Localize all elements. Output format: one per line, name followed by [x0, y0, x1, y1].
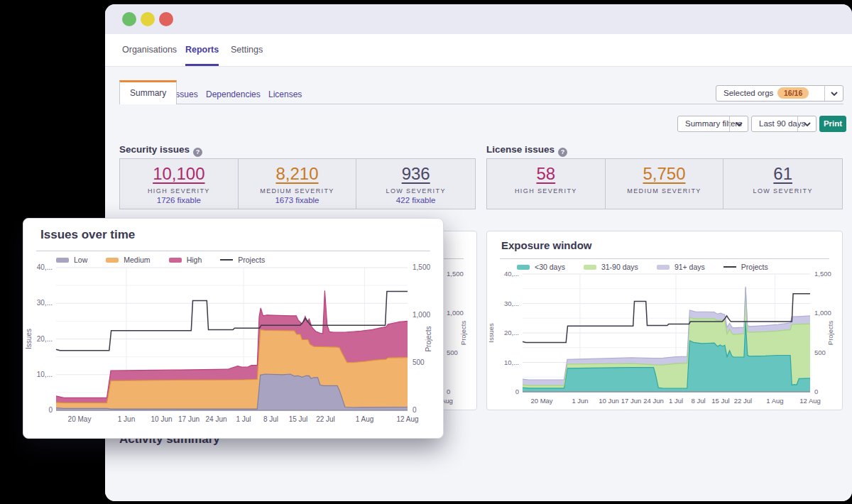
traffic-light-yellow-icon[interactable] [141, 12, 155, 26]
svg-text:500: 500 [413, 358, 425, 366]
svg-text:10,...: 10,... [504, 358, 519, 366]
selected-orgs-label: Selected orgs [723, 89, 773, 97]
svg-text:500: 500 [814, 349, 826, 356]
nav-item-settings[interactable]: Settings [231, 34, 263, 66]
license-low-count[interactable]: 61 [723, 164, 842, 184]
svg-text:1,000: 1,000 [413, 311, 430, 319]
security-high-fixable-link[interactable]: 1726 fixable [120, 196, 238, 204]
svg-text:15 Jul: 15 Jul [711, 397, 729, 405]
svg-text:22 Jul: 22 Jul [316, 415, 335, 423]
svg-text:Projects: Projects [425, 326, 432, 351]
legend-swatch-icon [220, 259, 233, 261]
svg-text:8 Jul: 8 Jul [263, 415, 278, 423]
svg-text:1 Aug: 1 Aug [356, 415, 374, 423]
security-issues-heading: Security issues? [119, 144, 202, 157]
svg-text:1 Aug: 1 Aug [766, 397, 783, 405]
exposure-window-chart: 010,...20,...30,...40,...05001,0001,5002… [487, 270, 843, 412]
svg-text:30,...: 30,... [37, 299, 53, 307]
tab-dependencies[interactable]: Dependencies [206, 84, 261, 104]
chevron-down-icon [729, 116, 748, 131]
security-low-fixable-link[interactable]: 422 fixable [356, 196, 475, 204]
chart-title: Issues over time [40, 228, 135, 242]
license-medium-card: 5,750 MEDIUM SEVERITY [606, 159, 724, 209]
license-high-card: 58 HIGH SEVERITY [487, 159, 606, 209]
svg-text:10 Jun: 10 Jun [599, 397, 619, 405]
license-high-count[interactable]: 58 [487, 164, 605, 184]
page-background: Organisations Reports Settings Summary I… [0, 0, 852, 504]
svg-text:40,...: 40,... [504, 270, 519, 278]
svg-text:1 Jul: 1 Jul [236, 415, 251, 423]
issues-over-time-chart-large: 010,...20,...30,...40,...05001,0001,5002… [23, 261, 444, 437]
svg-text:0: 0 [413, 406, 417, 414]
help-icon[interactable]: ? [193, 148, 202, 157]
license-issues-cards: 58 HIGH SEVERITY 5,750 MEDIUM SEVERITY 6… [486, 158, 843, 209]
svg-text:1,000: 1,000 [814, 309, 831, 317]
svg-text:1 Jul: 1 Jul [669, 397, 683, 405]
svg-text:17 Jun: 17 Jun [621, 397, 642, 405]
tab-summary[interactable]: Summary [119, 80, 177, 104]
print-button[interactable]: Print [819, 116, 846, 132]
svg-text:8 Jul: 8 Jul [691, 397, 705, 405]
svg-text:17 Jun: 17 Jun [178, 415, 200, 423]
svg-text:1,500: 1,500 [413, 263, 430, 271]
nav-item-organisations[interactable]: Organisations [122, 34, 177, 66]
license-high-label: HIGH SEVERITY [487, 187, 605, 195]
svg-text:1,500: 1,500 [447, 270, 464, 278]
svg-text:Issues: Issues [487, 323, 495, 343]
svg-text:1 Jun: 1 Jun [572, 397, 588, 405]
svg-text:40,...: 40,... [37, 263, 53, 271]
chart-divider [500, 258, 829, 259]
svg-text:20,...: 20,... [37, 335, 53, 343]
date-range-dropdown[interactable]: Last 90 days [751, 116, 816, 132]
svg-text:0: 0 [814, 388, 818, 395]
window-titlebar [105, 4, 852, 34]
svg-text:Issues: Issues [25, 329, 33, 349]
legend-swatch-icon [584, 265, 596, 270]
security-medium-card: 8,210 MEDIUM SEVERITY 1673 fixable [239, 159, 357, 209]
help-icon[interactable]: ? [558, 148, 567, 157]
svg-text:20 May: 20 May [68, 415, 92, 423]
security-medium-label: MEDIUM SEVERITY [239, 187, 356, 195]
security-high-count[interactable]: 10,100 [120, 164, 238, 184]
security-low-label: LOW SEVERITY [356, 187, 475, 195]
svg-text:1,500: 1,500 [814, 270, 831, 278]
chart-title: Exposure window [501, 239, 592, 251]
svg-text:Projects: Projects [826, 321, 834, 346]
svg-text:30,...: 30,... [504, 300, 519, 307]
chart-divider [36, 251, 430, 251]
svg-text:22 Jul: 22 Jul [734, 397, 752, 405]
legend-swatch-icon [517, 265, 530, 270]
svg-text:15 Jul: 15 Jul [289, 415, 308, 423]
chevron-down-icon [797, 116, 816, 131]
summary-filters-dropdown[interactable]: Summary filters [677, 116, 748, 132]
license-issues-heading: License issues? [486, 144, 567, 157]
traffic-light-green-icon[interactable] [122, 12, 136, 26]
svg-text:0: 0 [48, 406, 53, 414]
security-high-label: HIGH SEVERITY [120, 187, 238, 195]
chevron-down-icon [824, 86, 843, 101]
svg-text:12 Aug: 12 Aug [799, 397, 821, 405]
license-medium-label: MEDIUM SEVERITY [606, 187, 723, 195]
svg-text:1 Jun: 1 Jun [118, 415, 135, 423]
exposure-window-card: Exposure window <30 days31-90 days91+ da… [486, 231, 843, 410]
security-low-count[interactable]: 936 [356, 164, 475, 184]
traffic-light-red-icon[interactable] [159, 12, 173, 26]
security-issues-cards: 10,100 HIGH SEVERITY 1726 fixable 8,210 … [119, 158, 476, 209]
tab-licenses[interactable]: Licenses [268, 84, 302, 104]
svg-text:12 Aug: 12 Aug [396, 415, 418, 423]
security-medium-count[interactable]: 8,210 [239, 164, 356, 184]
svg-text:24 Jun: 24 Jun [205, 415, 226, 423]
security-medium-fixable-link[interactable]: 1673 fixable [239, 196, 356, 204]
issues-over-time-popout-card: Issues over time LowMediumHighProjects 0… [23, 218, 444, 439]
nav-item-reports[interactable]: Reports [185, 34, 219, 66]
legend-swatch-icon [723, 266, 736, 268]
svg-text:24 Jun: 24 Jun [643, 397, 664, 405]
svg-text:10,...: 10,... [37, 371, 53, 378]
license-medium-count[interactable]: 5,750 [606, 164, 723, 184]
svg-text:20 May: 20 May [530, 397, 552, 405]
svg-text:1,000: 1,000 [447, 309, 464, 317]
security-high-card: 10,100 HIGH SEVERITY 1726 fixable [120, 159, 239, 209]
print-button-label: Print [820, 119, 846, 128]
svg-text:20,...: 20,... [504, 329, 519, 336]
selected-orgs-dropdown[interactable]: Selected orgs 16/16 [716, 85, 843, 102]
